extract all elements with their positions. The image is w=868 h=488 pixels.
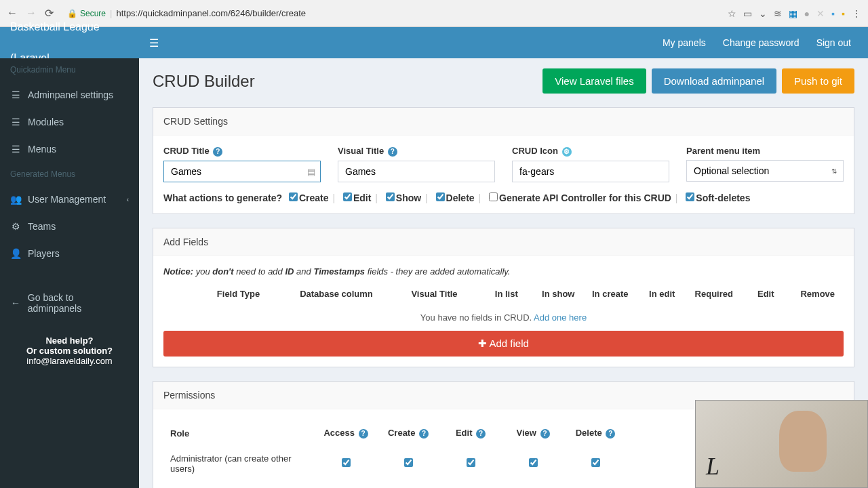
url-text: https://quickadminpanel.com/6246/builder…	[116, 8, 306, 18]
api-checkbox[interactable]	[489, 192, 498, 201]
sidebar-item-menus[interactable]: ☰ Menus	[0, 136, 139, 163]
edit-label: Edit	[353, 192, 371, 203]
list-icon: ☰	[10, 144, 21, 155]
sidebar-item-label: Menus	[28, 144, 56, 155]
crud-icon-input[interactable]	[512, 161, 669, 182]
panel-title: CRUD Settings	[153, 108, 854, 136]
create-checkbox[interactable]	[289, 192, 298, 201]
fields-notice: Notice: you don't need to add ID and Tim…	[163, 266, 844, 277]
col-access: Access ?	[315, 421, 376, 445]
crud-settings-panel: CRUD Settings CRUD Title ? ▤ Visual Titl…	[153, 107, 854, 214]
menu-icon[interactable]: ⋮	[852, 8, 861, 19]
sidebar-item-go-back[interactable]: ← Go back to adminpanels	[0, 284, 139, 322]
visual-title-input[interactable]	[338, 161, 495, 182]
sidebar-toggle-icon[interactable]: ☰	[139, 37, 169, 49]
perm-edit-checkbox[interactable]	[467, 458, 475, 467]
download-adminpanel-button[interactable]: Download adminpanel	[652, 68, 776, 94]
page-actions: View Laravel files Download adminpanel P…	[542, 68, 854, 94]
layers-icon[interactable]: ≋	[774, 8, 782, 19]
perm-delete-checkbox[interactable]	[591, 458, 600, 467]
pocket-icon[interactable]: ⌄	[759, 8, 767, 19]
view-laravel-files-button[interactable]: View Laravel files	[542, 68, 646, 94]
help-icon[interactable]: ?	[419, 429, 429, 439]
ext-icon[interactable]: ●	[804, 8, 810, 19]
show-checkbox[interactable]	[386, 192, 395, 201]
parent-menu-select[interactable]: Optional selection	[686, 160, 844, 182]
no-fields-text: You have no fields in CRUD.	[420, 312, 532, 323]
col-edit: Edit	[740, 289, 792, 299]
add-fields-panel: Add Fields Notice: you don't need to add…	[153, 228, 854, 367]
trello-icon[interactable]: ▦	[789, 8, 797, 19]
app-header: Basketball League (Laravel ☰ My panels C…	[0, 27, 868, 58]
sidebar-item-label: Teams	[28, 221, 56, 232]
url-bar[interactable]: 🔒 Secure | https://quickadminpanel.com/6…	[60, 5, 721, 21]
sidebar-item-label: Players	[28, 248, 60, 259]
visual-title-label: Visual Title ?	[338, 146, 495, 157]
cast-icon[interactable]: ▭	[743, 8, 752, 19]
col-delete: Delete ?	[565, 421, 626, 445]
help-icon[interactable]: ?	[359, 429, 368, 439]
col-in-create: In create	[585, 289, 637, 299]
col-field-type: Field Type	[193, 289, 285, 299]
crud-title-group: CRUD Title ? ▤	[163, 146, 321, 182]
list-icon: ☰	[10, 89, 21, 100]
help-icon[interactable]: ?	[213, 147, 222, 157]
crud-title-input[interactable]	[163, 161, 321, 182]
help-sub: Or custom solution?	[7, 346, 132, 356]
arrow-left-icon: ←	[10, 298, 21, 308]
add-one-link[interactable]: Add one here	[534, 312, 587, 323]
perm-view-checkbox[interactable]	[529, 458, 538, 467]
user-icon: 👤	[10, 248, 21, 259]
sidebar-item-adminpanel-settings[interactable]: ☰ Adminpanel settings	[0, 81, 139, 108]
help-icon[interactable]: ?	[388, 147, 397, 157]
edit-checkbox[interactable]	[343, 192, 352, 201]
col-create: Create ?	[378, 421, 439, 445]
star-icon[interactable]: ☆	[728, 8, 736, 19]
api-label: Generate API Controller for this CRUD	[499, 192, 671, 203]
ext3-icon[interactable]: ▪	[831, 8, 835, 19]
col-in-show: In show	[532, 289, 585, 299]
role-name: Administrator (can create other users)	[165, 447, 314, 481]
sidebar-item-players[interactable]: 👤 Players	[0, 240, 139, 267]
sidebar-section-menu: Quickadmin Menu	[0, 58, 139, 81]
sidebar-item-modules[interactable]: ☰ Modules	[0, 108, 139, 136]
col-database: Database column	[285, 289, 389, 299]
page-header: CRUD Builder View Laravel files Download…	[153, 68, 854, 94]
col-view: View ?	[502, 421, 564, 445]
browser-extensions: ☆ ▭ ⌄ ≋ ▦ ● ✕ ▪ ▪ ⋮	[728, 8, 861, 19]
delete-checkbox[interactable]	[436, 192, 445, 201]
header-right: My panels Change password Sign out	[663, 37, 868, 48]
help-icon[interactable]: ⚙	[562, 147, 572, 157]
help-email[interactable]: info@laraveldaily.com	[7, 356, 132, 366]
sidebar-item-label: Modules	[28, 117, 64, 127]
sidebar-item-label: User Management	[28, 194, 106, 205]
perm-create-checkbox[interactable]	[404, 458, 413, 467]
webcam-overlay: L	[695, 400, 868, 488]
ext2-icon[interactable]: ✕	[816, 8, 825, 19]
sidebar-section-generated: Generated Menus	[0, 163, 139, 186]
sign-out-link[interactable]: Sign out	[816, 37, 851, 48]
help-icon[interactable]: ?	[540, 429, 550, 439]
perm-access-checkbox[interactable]	[342, 458, 351, 467]
help-question: Need help?	[7, 336, 132, 346]
add-field-button[interactable]: ✚ Add field	[163, 331, 844, 357]
my-panels-link[interactable]: My panels	[663, 37, 706, 48]
sidebar-item-user-management[interactable]: 👥 User Management ‹	[0, 186, 139, 213]
help-icon[interactable]: ?	[476, 429, 486, 439]
input-addon-icon[interactable]: ▤	[307, 167, 315, 177]
change-password-link[interactable]: Change password	[723, 37, 800, 48]
ext4-icon[interactable]: ▪	[842, 8, 845, 19]
col-remove: Remove	[792, 289, 844, 299]
crud-icon-group: CRUD Icon ⚙	[512, 146, 669, 182]
sidebar-item-label: Go back to adminpanels	[28, 292, 129, 314]
soft-deletes-label: Soft-deletes	[696, 192, 750, 203]
push-to-git-button[interactable]: Push to git	[782, 68, 854, 94]
delete-label: Delete	[446, 192, 475, 203]
soft-deletes-checkbox[interactable]	[686, 192, 694, 201]
col-required: Required	[688, 289, 741, 299]
sidebar-item-teams[interactable]: ⚙ Teams	[0, 213, 139, 240]
sidebar: Quickadmin Menu ☰ Adminpanel settings ☰ …	[0, 58, 139, 488]
col-in-edit: In edit	[636, 289, 688, 299]
help-icon[interactable]: ?	[606, 429, 615, 439]
col-in-list: In list	[481, 289, 533, 299]
